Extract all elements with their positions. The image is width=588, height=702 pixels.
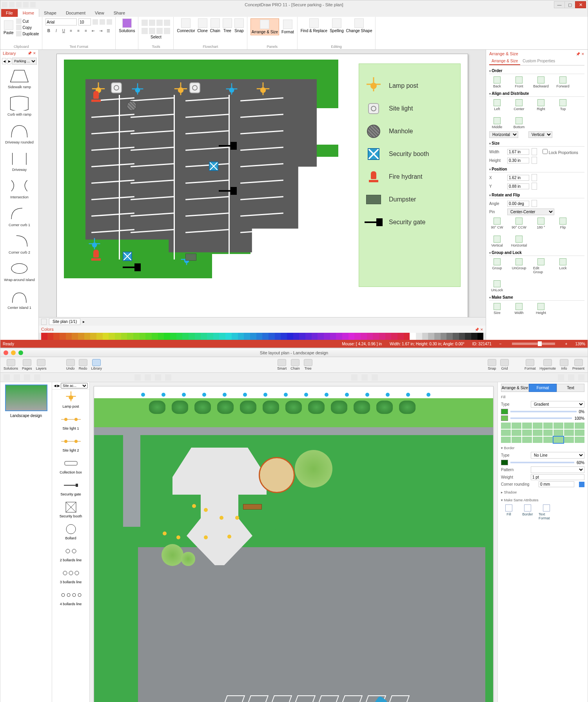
close-icon[interactable]: ✕	[575, 1, 586, 8]
color-swatch[interactable]	[53, 333, 60, 340]
tab-shape[interactable]: Shape	[39, 9, 61, 17]
ungroup-button[interactable]: UnGroup	[511, 258, 527, 274]
spinner[interactable]	[532, 183, 537, 190]
backward-button[interactable]: Backward	[533, 76, 549, 88]
tool-icon[interactable]	[134, 374, 141, 381]
select-button[interactable]: Select	[142, 35, 170, 39]
color-swatch[interactable]	[318, 333, 324, 340]
format-button[interactable]: Format	[281, 20, 294, 34]
color-swatch[interactable]	[152, 333, 158, 340]
font-name-input[interactable]	[45, 18, 77, 25]
distribute-v-select[interactable]: Vertical	[528, 131, 552, 138]
copy-button[interactable]: Copy	[16, 25, 39, 30]
gradient-slider[interactable]	[510, 411, 577, 412]
unlock-button[interactable]: UnLock	[489, 280, 505, 292]
lib-item[interactable]: Intersection	[0, 176, 38, 203]
spelling-button[interactable]: Spelling	[330, 18, 344, 33]
color-swatch[interactable]	[72, 333, 78, 340]
first-page-button[interactable]	[41, 319, 47, 325]
chain-button[interactable]: Chain	[210, 18, 220, 33]
color-swatch[interactable]	[47, 333, 54, 340]
connector-tool-icon[interactable]	[578, 374, 584, 381]
tool-icon[interactable]	[34, 374, 40, 381]
arrange-size-button[interactable]: Arrange & Size	[250, 18, 279, 35]
color-swatch[interactable]	[446, 333, 453, 340]
lib-item[interactable]: Security booth	[52, 499, 89, 521]
same-fill-button[interactable]: Fill	[501, 504, 517, 520]
zoom-icon[interactable]	[18, 350, 23, 355]
align-center-button[interactable]: Center	[511, 99, 527, 111]
tree-button[interactable]: Tree	[223, 18, 232, 33]
y-input[interactable]	[507, 183, 529, 189]
zoom-tool-icon[interactable]	[361, 374, 368, 381]
color-swatch[interactable]	[465, 333, 471, 340]
italic-button[interactable]: I	[53, 27, 59, 34]
subtab-arrange[interactable]: Arrange & Size	[489, 58, 520, 65]
zoom-in-button[interactable]: +	[565, 342, 568, 346]
corner-stepper[interactable]	[579, 482, 584, 487]
pin-select[interactable]: Center-Center	[507, 209, 554, 215]
same-width-button[interactable]: Width	[511, 303, 527, 315]
width-input[interactable]	[507, 149, 529, 155]
fill-color-swatch[interactable]	[501, 409, 508, 414]
color-swatches[interactable]	[39, 333, 486, 340]
lib-item[interactable]: Site light 2	[52, 434, 89, 455]
canvas[interactable]: /* lines generated below for terseness v…	[39, 50, 486, 317]
add-page-button[interactable]: ▸	[83, 319, 85, 324]
color-swatch[interactable]	[213, 333, 220, 340]
next-library-button[interactable]: ▶	[7, 58, 11, 64]
library-items[interactable]: Sidewalk ramp Curb with ramp Driveway ro…	[0, 65, 38, 314]
paste-button[interactable]: Paste	[4, 20, 14, 35]
gradient-slider[interactable]	[510, 417, 572, 419]
tool-icon[interactable]	[145, 374, 151, 381]
titlebar[interactable]: ConceptDraw PRO 11 - [Secure parking - S…	[0, 0, 588, 9]
height-input[interactable]	[507, 158, 529, 163]
horizontal-scrollbar[interactable]	[91, 319, 483, 325]
connector-button[interactable]: Connector	[177, 18, 195, 33]
tab-file[interactable]: File	[1, 9, 18, 17]
color-swatch[interactable]	[201, 333, 207, 340]
shrink-font-icon[interactable]	[100, 19, 105, 25]
zoom-tool-icon[interactable]	[351, 374, 358, 381]
color-swatch[interactable]	[127, 333, 133, 340]
lib-item[interactable]: Wrap-around island	[0, 258, 38, 286]
smart-button[interactable]: Smart	[277, 359, 287, 370]
color-swatch[interactable]	[330, 333, 336, 340]
section-make-same-attributes[interactable]: ▾ Make Same Attributes	[501, 497, 584, 503]
subtab-custom-properties[interactable]: Custom Properties	[520, 58, 557, 65]
section-position[interactable]: Position	[489, 166, 584, 172]
align-right-button[interactable]: ≡	[83, 27, 89, 34]
color-swatch[interactable]	[312, 333, 318, 340]
minimize-icon[interactable]: —	[554, 1, 565, 8]
color-swatch[interactable]	[262, 333, 269, 340]
canvas-paper[interactable]: /* lines generated below for terseness v…	[56, 54, 468, 317]
tab-home[interactable]: Home	[18, 9, 39, 17]
undo-button[interactable]: Undo	[66, 359, 75, 370]
tab-arrange-size[interactable]: Arrange & Size	[501, 384, 529, 392]
tool-icon[interactable]	[156, 20, 163, 26]
x-input[interactable]	[507, 175, 529, 181]
close-icon[interactable]: ✕	[480, 328, 483, 332]
rotate-180-button[interactable]: 180 °	[533, 218, 549, 229]
color-swatch[interactable]	[410, 333, 416, 340]
outdent-button[interactable]: ⇥	[98, 27, 104, 34]
lock-button[interactable]: Lock	[555, 258, 571, 274]
front-button[interactable]: Front	[511, 76, 527, 88]
corner-input[interactable]	[539, 481, 574, 487]
color-swatch[interactable]	[299, 333, 305, 340]
color-swatch[interactable]	[250, 333, 256, 340]
section-order[interactable]: Order	[489, 68, 584, 74]
cut-button[interactable]: Cut	[16, 18, 39, 24]
color-palette[interactable]	[501, 423, 584, 443]
section-size[interactable]: Size	[489, 140, 584, 147]
lib-item[interactable]: Lamp post	[52, 390, 89, 412]
back-button[interactable]: Back	[489, 76, 505, 88]
font-size-input[interactable]	[78, 18, 91, 25]
spinner[interactable]	[532, 200, 537, 207]
lib-item[interactable]: 3 bollards line	[52, 565, 89, 587]
color-swatch[interactable]	[293, 333, 299, 340]
color-swatch[interactable]	[453, 333, 459, 340]
library-selector[interactable]: Parking ...	[12, 58, 37, 65]
color-swatch[interactable]	[109, 333, 115, 340]
connector-tool-icon[interactable]	[568, 374, 574, 381]
